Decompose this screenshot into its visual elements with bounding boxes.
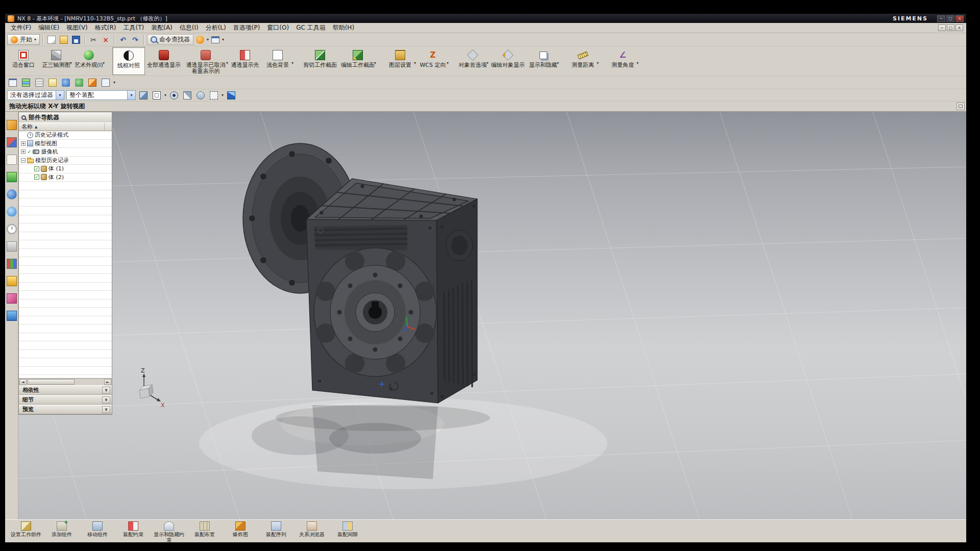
menu-format[interactable]: 格式(R) xyxy=(91,23,120,33)
dropdown-arrow-icon[interactable]: ▾ xyxy=(70,60,72,66)
dropdown-arrow-icon[interactable]: ▾ xyxy=(207,37,209,42)
tree-item-history-mode[interactable]: 历史记录模式 xyxy=(19,131,112,140)
rollover-select-button[interactable] xyxy=(182,90,193,101)
chain-select-button[interactable] xyxy=(195,90,206,101)
maximize-view-button[interactable] xyxy=(957,103,965,110)
expander-icon[interactable]: − xyxy=(21,158,26,163)
wireframe-contrast-button[interactable]: 线框对照 xyxy=(112,47,145,75)
dropdown-arrow-icon[interactable]: ▾ xyxy=(414,60,416,66)
note-button[interactable] xyxy=(47,77,58,88)
tree-item-model-history[interactable]: − 模型历史记录 xyxy=(19,157,112,165)
graphics-viewport[interactable]: Z X xyxy=(5,112,966,519)
menu-help[interactable]: 帮助(H) xyxy=(329,23,358,33)
dropdown-arrow-icon[interactable]: ▾ xyxy=(447,60,449,66)
layer-category-button[interactable] xyxy=(34,77,45,88)
highlight-select-button[interactable] xyxy=(168,90,180,101)
redo-button[interactable]: ↷ xyxy=(130,34,141,45)
delete-button[interactable]: × xyxy=(100,34,111,45)
exploded-view-button[interactable]: 爆炸图 xyxy=(224,521,257,537)
section-preview[interactable]: 预览 ∨ xyxy=(19,405,112,414)
tree-item-cameras[interactable]: + ✓ 摄像机 xyxy=(19,148,112,157)
horizontal-scrollbar[interactable]: ◄ ► xyxy=(19,378,112,385)
edit-object-display-button[interactable]: 编辑对象显示 xyxy=(489,47,527,75)
roles-icon[interactable] xyxy=(7,276,17,286)
chevron-down-icon[interactable]: ∨ xyxy=(102,387,110,394)
touch-mode-button[interactable] xyxy=(194,34,206,45)
edit-section-button[interactable]: 编辑工作截面 ▾ xyxy=(339,47,377,75)
menu-tools[interactable]: 工具(T) xyxy=(120,23,148,33)
dropdown-arrow-icon[interactable]: ▾ xyxy=(557,60,559,66)
child-close-button[interactable]: × xyxy=(955,24,963,31)
cut-button[interactable]: ✂ xyxy=(88,34,99,45)
selection-scope-select[interactable]: 整个装配 ▾ xyxy=(66,90,136,100)
history-icon[interactable] xyxy=(7,224,17,234)
gearbox-model[interactable] xyxy=(243,143,477,403)
trimetric-view-button[interactable]: 正三轴测图 ▾ xyxy=(40,47,72,75)
wcs-orient-button[interactable]: Z WCS 定向 ▾ xyxy=(416,47,449,75)
move-component-button[interactable]: 移动组件 xyxy=(81,521,114,537)
dropdown-arrow-icon[interactable]: ▾ xyxy=(164,93,166,97)
menu-gc-toolbox[interactable]: GC 工具箱 xyxy=(292,23,329,33)
translucent-all-button[interactable]: 全部通透显示 xyxy=(145,47,183,75)
dropdown-arrow-icon[interactable]: ▾ xyxy=(636,60,639,66)
dropdown-arrow-icon[interactable]: ▾ xyxy=(113,80,115,85)
maximize-button[interactable]: □ xyxy=(946,15,954,22)
window-layout-button[interactable] xyxy=(210,34,221,45)
process-studio-icon[interactable] xyxy=(7,241,17,252)
fit-window-button[interactable]: 适合窗口 xyxy=(7,47,40,75)
undo-button[interactable]: ↶ xyxy=(117,34,129,45)
dropdown-arrow-icon[interactable]: ▾ xyxy=(597,60,599,66)
dropdown-arrow-icon[interactable]: ▾ xyxy=(291,60,293,66)
web-browser-icon[interactable] xyxy=(7,207,17,217)
viewport-3d-scene[interactable]: Z X xyxy=(5,112,966,519)
export-button[interactable] xyxy=(74,77,85,88)
add-component-button[interactable]: + 添加组件 xyxy=(45,521,79,537)
expander-icon[interactable]: + xyxy=(21,141,26,146)
part-navigator-icon[interactable] xyxy=(7,155,17,165)
selection-filter-select[interactable]: 没有选择过滤器 ▾ xyxy=(7,90,64,100)
child-minimize-button[interactable]: ─ xyxy=(938,24,946,31)
dropdown-arrow-icon[interactable]: ▾ xyxy=(486,60,488,66)
checkbox-icon[interactable]: ✓ xyxy=(34,174,39,180)
menu-analysis[interactable]: 分析(L) xyxy=(202,23,230,33)
measure-angle-button[interactable]: ∠ 测量角度 ▾ xyxy=(606,47,639,75)
translucent-deemphasized-button[interactable]: 通透显示已取消着重表示的 ▾ xyxy=(183,47,229,75)
dropdown-arrow-icon[interactable]: ▾ xyxy=(56,91,64,99)
command-finder-button[interactable]: 命令查找器 xyxy=(147,34,193,45)
tree-column-header[interactable]: 名称 ▲ xyxy=(19,122,112,131)
refresh-selection-button[interactable] xyxy=(138,90,149,101)
rectangle-select-button[interactable] xyxy=(208,90,219,101)
menu-preferences[interactable]: 首选项(P) xyxy=(230,23,264,33)
art-appearance-button[interactable]: 艺术外观(I) ▾ xyxy=(72,47,105,75)
menu-file[interactable]: 文件(F) xyxy=(7,23,35,33)
menu-information[interactable]: 信息(I) xyxy=(176,23,202,33)
clip-section-button[interactable]: 剪切工作截面 xyxy=(301,47,339,75)
open-button[interactable] xyxy=(58,34,69,45)
dropdown-arrow-icon[interactable]: ▾ xyxy=(127,91,135,99)
light-background-button[interactable]: 浅色背景 ▾ xyxy=(261,47,294,75)
scroll-right-icon[interactable]: ► xyxy=(104,379,111,385)
menu-edit[interactable]: 编辑(E) xyxy=(35,23,63,33)
dropdown-arrow-icon[interactable]: ▾ xyxy=(222,93,224,97)
measure-distance-button[interactable]: 测量距离 ▾ xyxy=(567,47,599,75)
new-part-button[interactable] xyxy=(46,34,57,45)
set-work-part-button[interactable]: 设置工作部件 xyxy=(9,521,43,537)
assembly-sequence-button[interactable]: 装配序列 xyxy=(259,521,293,537)
menu-view[interactable]: 视图(V) xyxy=(63,23,91,33)
menu-window[interactable]: 窗口(O) xyxy=(263,23,292,33)
user-tools-icon[interactable] xyxy=(7,311,17,321)
scroll-left-icon[interactable]: ◄ xyxy=(19,379,27,385)
system-scenes-icon[interactable] xyxy=(7,293,17,304)
object-preferences-button[interactable]: 对象首选项 ▾ xyxy=(456,47,489,75)
scrollbar-thumb[interactable] xyxy=(28,379,75,385)
tree-item-model-views[interactable]: + 模型视图 xyxy=(19,140,112,148)
preferences-small-button[interactable] xyxy=(87,77,98,88)
show-hide-button[interactable]: 显示和隐藏 ▾ xyxy=(527,47,559,75)
shaded-select-button[interactable] xyxy=(226,90,237,101)
dropdown-arrow-icon[interactable]: ▾ xyxy=(226,60,228,66)
close-button[interactable]: × xyxy=(955,15,964,22)
dropdown-arrow-icon[interactable]: ▾ xyxy=(374,60,376,66)
section-details[interactable]: 细节 ∨ xyxy=(19,395,112,405)
layer-visibility-button[interactable] xyxy=(20,77,32,88)
display-window-button[interactable] xyxy=(7,77,18,88)
